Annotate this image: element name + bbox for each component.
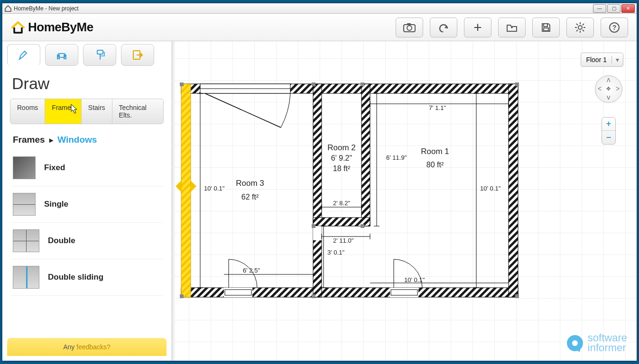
subtab-rooms[interactable]: Rooms — [10, 99, 45, 124]
save-button[interactable] — [532, 18, 560, 37]
svg-rect-2 — [407, 23, 411, 25]
svg-text:18 ft²: 18 ft² — [333, 164, 351, 173]
svg-line-10 — [576, 24, 578, 25]
svg-line-37 — [205, 93, 281, 127]
pan-center-icon[interactable]: ✥ — [604, 85, 613, 94]
svg-rect-89 — [312, 224, 315, 228]
subtab-technical[interactable]: Technical Elts. — [112, 99, 163, 124]
chevron-down-icon: ▾ — [611, 56, 623, 64]
close-button[interactable]: ✕ — [621, 4, 635, 13]
pan-left-icon[interactable]: ᐸ — [595, 85, 604, 94]
svg-rect-31 — [313, 84, 322, 297]
svg-text:62 ft²: 62 ft² — [241, 193, 259, 201]
zoom-control: + − — [602, 117, 616, 145]
add-button[interactable]: + — [464, 18, 491, 37]
svg-text:10' 0.1": 10' 0.1" — [204, 185, 225, 192]
open-button[interactable] — [498, 18, 526, 37]
item-label: Double sliding — [48, 273, 103, 282]
svg-marker-30 — [191, 181, 196, 192]
pan-control[interactable]: ᐱ ᐸ✥ᐳ ᐯ — [595, 75, 622, 103]
zoom-out-button[interactable]: − — [602, 131, 615, 144]
pan-up-icon[interactable]: ᐱ — [604, 76, 613, 85]
svg-line-11 — [583, 30, 584, 31]
watermark-line2: informer — [588, 343, 627, 353]
tool-draw[interactable] — [7, 44, 40, 66]
tool-decorate[interactable] — [83, 44, 116, 66]
draw-subtabs: Rooms Frames Stairs Technical Elts. — [10, 99, 164, 124]
subtab-stairs[interactable]: Stairs — [82, 99, 112, 124]
thumb-icon — [13, 193, 36, 216]
svg-rect-34 — [313, 226, 322, 240]
svg-text:?: ? — [612, 24, 617, 31]
svg-text:3' 0.1": 3' 0.1" — [327, 249, 344, 256]
floor-plan[interactable]: 7' 1.1" 6' 11.9" 10' 0.1" 10' 0.1" 2' 8.… — [181, 84, 518, 297]
breadcrumb-category[interactable]: Frames — [13, 135, 45, 145]
zoom-in-button[interactable]: + — [602, 118, 615, 131]
minimize-button[interactable]: — — [593, 4, 606, 13]
svg-text:80 ft²: 80 ft² — [426, 161, 444, 169]
floor-label: Floor 1 — [581, 56, 611, 64]
window-item-single[interactable]: Single — [11, 186, 163, 223]
svg-text:Room 3: Room 3 — [236, 179, 264, 188]
svg-rect-84 — [515, 82, 519, 86]
chevron-right-icon: ▸ — [49, 136, 53, 144]
settings-button[interactable] — [566, 18, 594, 37]
subtab-frames[interactable]: Frames — [45, 99, 81, 124]
brand-text: HomeByMe — [28, 20, 93, 35]
tool-export[interactable] — [121, 44, 154, 66]
svg-text:6' 9.2": 6' 9.2" — [331, 154, 352, 162]
svg-rect-4 — [544, 28, 548, 31]
window-title: HomeByMe - New project — [14, 5, 79, 12]
svg-rect-88 — [361, 224, 364, 228]
breadcrumb-current[interactable]: Windows — [57, 135, 97, 145]
svg-text:7' 1.1": 7' 1.1" — [429, 104, 446, 111]
floor-selector[interactable]: Floor 1 ▾ — [581, 53, 623, 67]
feedback-button[interactable]: Any feedbacks? — [7, 338, 167, 356]
undo-button[interactable] — [430, 18, 457, 37]
svg-rect-86 — [312, 294, 315, 298]
thumb-icon — [13, 229, 39, 252]
pan-right-icon[interactable]: ᐳ — [613, 85, 622, 94]
camera-button[interactable] — [396, 18, 423, 37]
svg-rect-27 — [509, 84, 518, 297]
svg-rect-19 — [97, 50, 103, 54]
tool-furnish[interactable] — [45, 44, 78, 66]
window-item-double-sliding[interactable]: Double sliding — [11, 259, 163, 296]
window-titlebar: HomeByMe - New project — ▢ ✕ — [2, 3, 637, 14]
svg-line-13 — [583, 24, 584, 25]
watermark-icon — [567, 335, 583, 351]
app-icon — [4, 5, 12, 12]
item-label: Fixed — [44, 163, 65, 173]
svg-rect-38 — [224, 288, 252, 297]
watermark: software informer — [567, 333, 627, 353]
svg-rect-85 — [180, 294, 184, 298]
item-label: Single — [44, 200, 68, 209]
window-item-double[interactable]: Double — [11, 223, 163, 259]
help-button[interactable]: ? — [601, 18, 628, 37]
feedback-link: feedbacks? — [76, 343, 111, 351]
svg-text:2' 11.0": 2' 11.0" — [333, 237, 354, 244]
svg-line-12 — [576, 30, 578, 31]
svg-text:10' 0.1": 10' 0.1" — [480, 185, 501, 192]
window-item-fixed[interactable]: Fixed — [11, 150, 163, 186]
sidebar: ◂◂ Draw Rooms Frames Stairs Technical El… — [2, 41, 171, 361]
svg-rect-28 — [181, 84, 191, 297]
svg-text:Room 2: Room 2 — [327, 143, 356, 152]
svg-rect-83 — [361, 82, 364, 86]
svg-text:2' 8.2": 2' 8.2" — [333, 200, 350, 207]
svg-rect-40 — [390, 288, 418, 297]
thumb-icon — [13, 266, 39, 289]
svg-point-5 — [578, 26, 582, 29]
svg-text:6' 11.9": 6' 11.9" — [386, 154, 407, 161]
svg-rect-32 — [361, 84, 370, 226]
pan-down-icon[interactable]: ᐯ — [604, 93, 613, 102]
item-label: Double — [48, 236, 75, 246]
maximize-button[interactable]: ▢ — [607, 4, 620, 13]
svg-text:Room 1: Room 1 — [421, 147, 449, 156]
svg-rect-3 — [544, 24, 547, 27]
section-title: Draw — [2, 66, 171, 99]
svg-rect-82 — [312, 82, 315, 86]
canvas[interactable]: Floor 1 ▾ ᐱ ᐸ✥ᐳ ᐯ + − — [171, 41, 637, 361]
app-toolbar: HomeByMe + ? — [2, 14, 637, 41]
svg-text:10' 0.1": 10' 0.1" — [404, 276, 425, 283]
